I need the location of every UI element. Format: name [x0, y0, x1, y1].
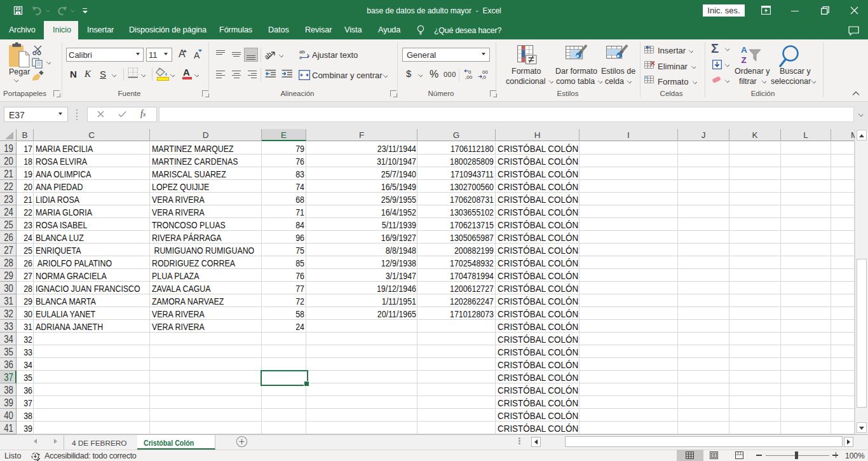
svg-text:c: c: [299, 55, 302, 60]
svg-text:Z: Z: [742, 55, 747, 65]
svg-text:,0: ,0: [482, 74, 486, 80]
svg-text:A: A: [741, 45, 747, 55]
svg-text:ab: ab: [299, 49, 305, 55]
svg-text:,00: ,00: [465, 74, 473, 80]
